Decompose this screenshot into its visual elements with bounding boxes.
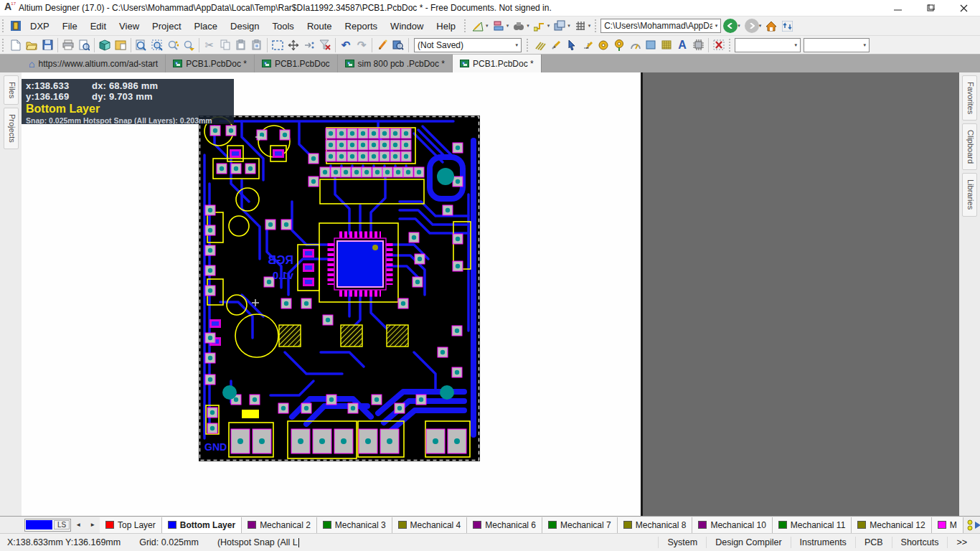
layer-tab-mech6[interactable]: Mechanical 6 xyxy=(467,517,542,533)
place-fill-button[interactable] xyxy=(643,37,659,53)
save-button[interactable] xyxy=(39,37,55,53)
tab-pcb1-b[interactable]: PCB1.PcbDoc xyxy=(255,55,338,72)
fit-document-button[interactable] xyxy=(133,37,149,53)
dropdown-arrow-icon[interactable]: ▾ xyxy=(567,23,570,29)
dropdown-arrow-icon[interactable]: ▾ xyxy=(527,23,529,29)
variant-dropdown[interactable]: (Not Saved) ▾ xyxy=(414,38,522,52)
zoom-points-button[interactable] xyxy=(165,37,181,53)
layer-tab-mech7[interactable]: Mechanical 7 xyxy=(542,517,618,533)
new-document-button[interactable] xyxy=(8,37,24,53)
clear-filter-button[interactable] xyxy=(317,37,333,53)
dropdown-arrow-icon[interactable]: ▾ xyxy=(507,23,509,29)
dropdown-arrow-icon[interactable]: ▾ xyxy=(759,23,762,29)
pcb-editor-canvas[interactable]: GND RGB v1.0 x:138.633dx: 68.986 mm y:13… xyxy=(22,72,641,516)
open-button[interactable] xyxy=(24,37,39,53)
measure-tool-button[interactable] xyxy=(470,18,486,34)
cut-button[interactable]: ✂ xyxy=(202,37,217,53)
menu-place[interactable]: Place xyxy=(188,18,225,34)
tab-altium-start[interactable]: ⌂ https://www.altium.com/ad-start xyxy=(22,55,166,72)
tab-pcb1-active[interactable]: PCB1.PcbDoc * xyxy=(453,55,542,72)
layer-scroll-right-icon[interactable]: ► xyxy=(85,522,100,528)
zoom-area-button[interactable] xyxy=(149,37,165,53)
print-preview-button[interactable] xyxy=(76,37,92,53)
redo-button[interactable]: ↷ xyxy=(354,37,369,53)
menu-help[interactable]: Help xyxy=(430,18,462,34)
tab-sim800[interactable]: sim 800 pcb .PcbDoc * xyxy=(338,55,453,72)
qfp-chip[interactable] xyxy=(331,235,390,293)
menu-reports[interactable]: Reports xyxy=(339,18,385,34)
layer-pair-icon[interactable] xyxy=(966,519,974,531)
tab-pcb1-a[interactable]: PCB1.PcbDoc * xyxy=(166,55,255,72)
dropdown-arrow-icon[interactable]: ▾ xyxy=(860,42,866,48)
toolbar-grip[interactable] xyxy=(527,39,530,52)
query-dropdown-1[interactable]: ▾ xyxy=(735,38,801,52)
panel-button-design-compiler[interactable]: Design Compiler xyxy=(706,537,790,549)
dropdown-arrow-icon[interactable]: ▾ xyxy=(486,23,489,29)
menu-window[interactable]: Window xyxy=(384,18,430,34)
menu-design[interactable]: Design xyxy=(224,18,265,34)
layer-tab-mech11[interactable]: Mechanical 11 xyxy=(773,517,852,533)
pcb-board[interactable]: GND RGB v1.0 xyxy=(199,116,480,461)
toolbar-grip[interactable] xyxy=(464,19,468,32)
panel-tab-favorites[interactable]: Favorites xyxy=(962,75,977,121)
print-button[interactable] xyxy=(60,37,76,53)
layer-scroll-left-icon[interactable]: ◄ xyxy=(71,522,85,528)
forward-button[interactable] xyxy=(745,19,759,33)
annotate-button[interactable] xyxy=(374,37,390,53)
panel-button-more[interactable]: >> xyxy=(947,537,976,549)
zoom-selected-button[interactable] xyxy=(181,37,197,53)
layer-set-selector[interactable]: LS xyxy=(24,519,71,532)
panel-button-instruments[interactable]: Instruments xyxy=(791,537,855,549)
layer-tab-bottom[interactable]: Bottom Layer xyxy=(162,517,242,533)
toolbar-grip[interactable] xyxy=(2,19,6,32)
place-polygon-button[interactable] xyxy=(659,37,674,53)
menu-tools[interactable]: Tools xyxy=(266,18,301,34)
layer-tab-mech2[interactable]: Mechanical 2 xyxy=(242,517,317,533)
find-similar-button[interactable] xyxy=(511,18,527,34)
select-area-button[interactable] xyxy=(270,37,286,53)
place-string-button[interactable]: A xyxy=(674,37,690,53)
layer-tab-mech3[interactable]: Mechanical 3 xyxy=(317,517,392,533)
dropdown-arrow-icon[interactable]: ▾ xyxy=(588,23,591,29)
paste-special-button[interactable] xyxy=(249,37,265,53)
dropdown-arrow-icon[interactable]: ▾ xyxy=(547,23,550,29)
panel-button-shortcuts[interactable]: Shortcuts xyxy=(892,537,948,549)
undo-button[interactable]: ↶ xyxy=(338,37,354,53)
maximize-button[interactable] xyxy=(914,0,947,16)
alignment-tool-button[interactable] xyxy=(491,18,507,34)
edit-route-button[interactable] xyxy=(580,37,595,53)
address-combobox[interactable]: C:\Users\Mohammad\AppData\Lo ▾ xyxy=(600,19,721,33)
dropdown-arrow-icon[interactable]: ▾ xyxy=(712,23,718,29)
layer-tab-mech4[interactable]: Mechanical 4 xyxy=(392,517,468,533)
toolbar-grip[interactable] xyxy=(595,19,598,32)
menu-route[interactable]: Route xyxy=(301,18,339,34)
layer-tab-mech8[interactable]: Mechanical 8 xyxy=(618,517,693,533)
layer-next-icon[interactable] xyxy=(974,521,980,529)
home-button[interactable] xyxy=(763,18,779,34)
place-component-button[interactable] xyxy=(690,37,706,53)
back-button[interactable] xyxy=(723,19,738,33)
dropdown-arrow-icon[interactable]: ▾ xyxy=(791,42,797,48)
menu-view[interactable]: View xyxy=(113,18,146,34)
copy-button[interactable] xyxy=(217,37,233,53)
route-style-button[interactable] xyxy=(532,18,547,34)
menu-project[interactable]: Project xyxy=(146,18,187,34)
board-view-button[interactable] xyxy=(552,18,567,34)
minimize-button[interactable] xyxy=(881,0,914,16)
panel-tab-files[interactable]: Files xyxy=(4,75,19,105)
panel-tab-libraries[interactable]: Libraries xyxy=(962,173,977,216)
hatched-pads[interactable] xyxy=(279,325,408,347)
close-button[interactable] xyxy=(947,0,980,16)
connector-pads[interactable] xyxy=(231,429,466,453)
select-tool-button[interactable] xyxy=(564,37,580,53)
place-pad-button[interactable] xyxy=(595,37,611,53)
route-differential-button[interactable] xyxy=(548,37,564,53)
interactive-routing-button[interactable] xyxy=(532,37,548,53)
place-via-button[interactable] xyxy=(611,37,627,53)
refresh-button[interactable] xyxy=(779,18,795,34)
layer-tab-mech10[interactable]: Mechanical 10 xyxy=(692,517,772,533)
menu-edit[interactable]: Edit xyxy=(84,18,113,34)
menu-dxp[interactable]: DXP xyxy=(24,18,56,34)
browse-components-button[interactable] xyxy=(390,37,406,53)
layer-tab-top[interactable]: Top Layer xyxy=(100,517,162,533)
